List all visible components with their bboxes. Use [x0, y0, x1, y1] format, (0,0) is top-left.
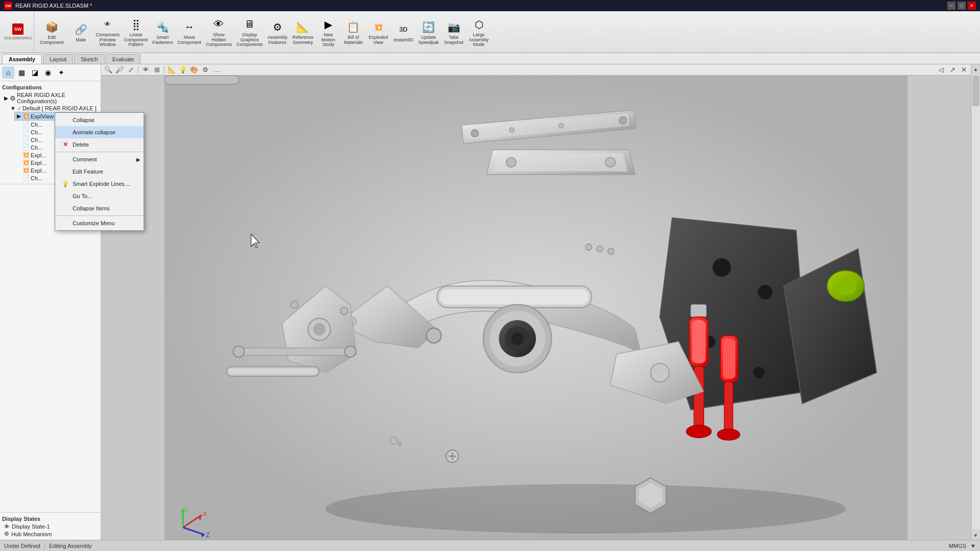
- display-state-1-icon: 👁: [4, 523, 10, 530]
- animate-collapse-icon: [61, 128, 69, 136]
- sw-main-logo[interactable]: SW: [12, 23, 24, 35]
- ctx-go-to-label: Go To...: [73, 193, 92, 199]
- mate-label: Mate: [76, 38, 86, 43]
- ctx-go-to[interactable]: Go To...: [55, 190, 144, 202]
- smart-fasteners-label: SmartFasteners: [152, 35, 173, 45]
- svg-point-28: [340, 307, 348, 315]
- tree-expl3-label: Expl...: [31, 167, 46, 174]
- svg-point-22: [511, 332, 524, 345]
- tab-evaluate[interactable]: Evaluate: [106, 54, 141, 64]
- vt-color-btn[interactable]: 🎨: [189, 65, 199, 75]
- tab-sketch[interactable]: Sketch: [74, 54, 105, 64]
- vt-zoom-btn[interactable]: 🔎: [114, 65, 125, 75]
- display-states-title: Display States: [2, 515, 99, 523]
- vt-light-btn[interactable]: 💡: [178, 65, 188, 75]
- exploded-view-label: ExplodedView: [369, 35, 388, 45]
- tree-ch5-label: Ch...: [31, 175, 42, 181]
- component-preview-btn[interactable]: 👁 ComponentPreviewWindow: [94, 12, 122, 52]
- ctx-comment[interactable]: Comment ▶: [55, 153, 144, 165]
- insert-components-btn[interactable]: 📦 Edit Component: [35, 12, 68, 52]
- svg-rect-37: [692, 320, 706, 364]
- scroll-track[interactable]: [972, 75, 980, 530]
- svg-point-1: [325, 484, 846, 534]
- bill-of-materials-btn[interactable]: 📋 Bill ofMaterials: [341, 12, 365, 52]
- vt-float-panel[interactable]: ↗: [947, 65, 958, 75]
- move-component-btn[interactable]: ↔ MoveComponent: [175, 12, 203, 52]
- hub-mechanism-item[interactable]: ⚙ Hub Mechanism: [2, 530, 99, 538]
- ctx-collapse[interactable]: Collapse: [55, 114, 144, 126]
- new-motion-study-btn[interactable]: ▶ NewMotionStudy: [316, 12, 340, 52]
- tree-expand-icon: ▶: [4, 95, 8, 102]
- status-settings[interactable]: ▼: [970, 543, 976, 549]
- vt-more-btn[interactable]: …: [212, 65, 222, 75]
- svg-point-15: [834, 277, 857, 295]
- vt-close-panel[interactable]: ✕: [959, 65, 969, 75]
- show-hidden-icon: 👁: [211, 16, 227, 33]
- collapse-icon: [61, 116, 69, 124]
- vt-settings-btn[interactable]: ⚙: [200, 65, 211, 75]
- tree-expand-default-icon: ▼: [10, 105, 16, 111]
- vt-search-btn[interactable]: 🔍: [103, 65, 113, 75]
- tab-assembly[interactable]: Assembly: [2, 54, 42, 64]
- tree-ch2-icon: 📄: [22, 129, 30, 135]
- tree-expl2-label: Expl...: [31, 160, 46, 166]
- svg-text:Y: Y: [184, 506, 189, 513]
- move-component-label: MoveComponent: [177, 35, 201, 45]
- panel-icon-grid[interactable]: ▦: [15, 66, 28, 79]
- panel-icon-home[interactable]: ⌂: [2, 66, 14, 79]
- show-hidden-btn[interactable]: 👁 ShowHiddenComponents: [204, 12, 234, 52]
- large-assembly-mode-btn[interactable]: ⬡ LargeAssemblyMode: [466, 12, 491, 52]
- update-speedpak-btn[interactable]: 🔄 UpdateSpeedpak: [416, 12, 441, 52]
- linear-pattern-btn[interactable]: ⣿ LinearComponentPattern: [122, 12, 150, 52]
- ctx-smart-explode[interactable]: 💡 Smart Explode Lines....: [55, 178, 144, 190]
- panel-icon-star[interactable]: ✦: [55, 66, 67, 79]
- vt-view-btn[interactable]: 👁: [141, 65, 151, 75]
- ctx-edit-feature[interactable]: Edit Feature: [55, 165, 144, 178]
- mate-btn[interactable]: 🔗 Mate: [68, 12, 93, 52]
- exploded-view-icon: 💥: [370, 19, 386, 35]
- reference-geometry-btn[interactable]: 📐 ReferenceGeometry: [290, 12, 316, 52]
- title-buttons: ─ □ ✕: [947, 2, 976, 10]
- title-bar: SW REAR RIGID AXLE.SLDASM * ─ □ ✕: [0, 0, 980, 11]
- scroll-down-arrow[interactable]: ▼: [971, 531, 981, 540]
- svg-point-6: [509, 127, 515, 133]
- sw-logo-title: SW: [4, 2, 12, 10]
- svg-point-51: [597, 246, 603, 252]
- vt-minimize-panel[interactable]: ◁: [936, 65, 946, 75]
- svg-point-44: [650, 364, 669, 382]
- right-scrollbar[interactable]: ▲ ▼: [971, 64, 980, 540]
- svg-rect-35: [691, 304, 706, 317]
- vt-grid-btn[interactable]: ⊞: [152, 65, 162, 75]
- new-motion-study-label: NewMotionStudy: [321, 33, 335, 48]
- move-component-icon: ↔: [181, 19, 198, 35]
- ctx-delete[interactable]: ✕ Delete: [55, 138, 144, 151]
- scroll-up-arrow[interactable]: ▲: [971, 64, 981, 74]
- exploded-view-btn[interactable]: 💥 ExplodedView: [366, 12, 390, 52]
- smart-fasteners-btn[interactable]: 🔩 SmartFasteners: [150, 12, 175, 52]
- instant3d-btn[interactable]: 3D Instant3D: [391, 12, 415, 52]
- ctx-customize-menu[interactable]: Customize Menu: [55, 217, 144, 229]
- status-editing: Editing Assembly: [49, 543, 92, 549]
- model-viewport[interactable]: X Y Z: [101, 76, 971, 540]
- close-button[interactable]: ✕: [968, 2, 976, 10]
- panel-icon-box[interactable]: ◪: [29, 66, 41, 79]
- tab-layout[interactable]: Layout: [43, 54, 73, 64]
- tree-item-default[interactable]: ▼ ✓ Default [ REAR RIGID AXLE ]: [8, 105, 99, 112]
- ctx-sep-1: [55, 152, 144, 152]
- scroll-thumb[interactable]: [972, 76, 979, 106]
- display-state-1-item[interactable]: 👁 Display State-1: [2, 523, 99, 530]
- vt-expand-btn[interactable]: ⤢: [126, 65, 136, 75]
- reference-geometry-icon: 📐: [295, 19, 311, 35]
- vt-right-buttons: ◁ ↗ ✕: [936, 65, 969, 75]
- display-graphics-btn[interactable]: 🖥 DisplayGraphicsComponents: [235, 12, 265, 52]
- update-speedpak-icon: 🔄: [421, 19, 437, 35]
- maximize-button[interactable]: □: [958, 2, 966, 10]
- take-snapshot-btn[interactable]: 📷 TakeSnapshot: [441, 12, 466, 52]
- minimize-button[interactable]: ─: [947, 2, 955, 10]
- ctx-animate-collapse[interactable]: Animate collapse: [55, 126, 144, 138]
- vt-measure-btn[interactable]: 📐: [167, 65, 177, 75]
- assembly-features-btn[interactable]: ⚙ AssemblyFeatures: [265, 12, 290, 52]
- panel-icon-circle[interactable]: ◉: [42, 66, 54, 79]
- tree-item-root[interactable]: ▶ ⚙ REAR RIGID AXLE Configuration(s): [2, 91, 99, 105]
- ctx-collapse-items[interactable]: Collapse Items: [55, 202, 144, 214]
